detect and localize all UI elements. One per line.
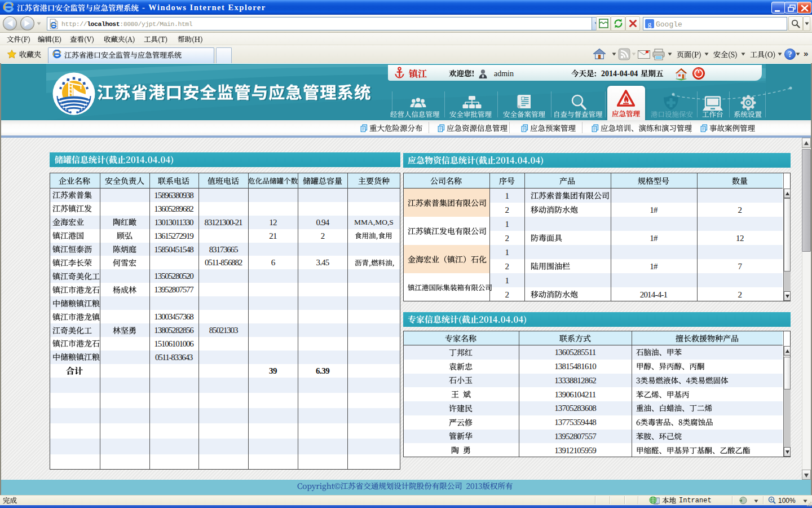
svg-text:g: g [648,20,652,28]
svg-text:?: ? [788,50,792,59]
